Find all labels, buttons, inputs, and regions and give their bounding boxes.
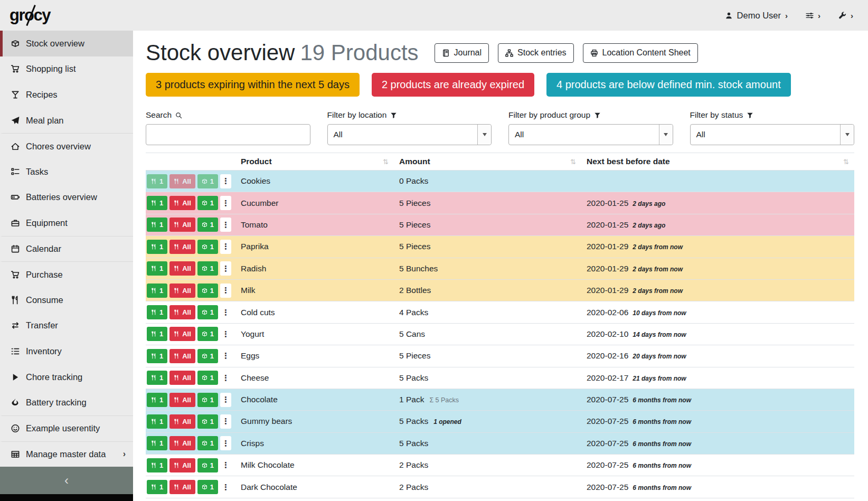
user-menu[interactable]: Demo User › (725, 11, 788, 21)
stock-entries-button[interactable]: Stock entries (498, 43, 573, 63)
sidebar-item-battery-tracking[interactable]: Battery tracking (0, 390, 133, 415)
table-row[interactable]: 1All1⋮Gummy bears5 Packs1 opened2020-07-… (146, 411, 854, 432)
row-menu-button[interactable]: ⋮ (220, 261, 231, 276)
row-menu-button[interactable]: ⋮ (220, 393, 231, 407)
table-row[interactable]: 1All1⋮Cookies0 Packs (146, 171, 854, 192)
sidebar-item-inventory[interactable]: Inventory (0, 338, 133, 364)
row-menu-button[interactable]: ⋮ (220, 480, 231, 494)
row-menu-button[interactable]: ⋮ (220, 174, 231, 188)
table-row[interactable]: 1All1⋮Milk Chocolate2 Packs2020-07-256 m… (146, 455, 854, 476)
open-one-button[interactable]: 1 (197, 414, 218, 429)
consume-all-button[interactable]: All (169, 393, 195, 407)
sidebar-item-chores-overview[interactable]: Chores overview (0, 133, 133, 159)
open-one-button[interactable]: 1 (197, 349, 218, 363)
consume-all-button[interactable]: All (169, 196, 195, 210)
sidebar-item-example-userentity[interactable]: Example userentity (0, 415, 133, 441)
open-one-button[interactable]: 1 (197, 458, 218, 472)
consume-all-button[interactable]: All (169, 327, 195, 341)
open-one-button[interactable]: 1 (197, 480, 218, 494)
sidebar-item-recipes[interactable]: Recipes (0, 82, 133, 108)
consume-one-button[interactable]: 1 (147, 480, 167, 494)
consume-one-button[interactable]: 1 (147, 436, 167, 450)
table-row[interactable]: 1All1⋮Dark Chocolate2 Packs2020-07-256 m… (146, 476, 854, 498)
table-row[interactable]: 1All1⋮Milk2 Bottles2020-01-292 days from… (146, 279, 854, 301)
consume-one-button[interactable]: 1 (147, 458, 167, 472)
sidebar-item-equipment[interactable]: Equipment (0, 210, 133, 236)
consume-all-button[interactable]: All (169, 371, 195, 385)
alert-expired-button[interactable]: 2 products are already expired (372, 73, 534, 97)
open-one-button[interactable]: 1 (197, 218, 218, 232)
table-row[interactable]: 1All1⋮Cold cuts4 Packs2020-02-0610 days … (146, 301, 854, 323)
column-header-amount[interactable]: Amount⇅ (394, 153, 581, 171)
sidebar-item-calendar[interactable]: Calendar (0, 236, 133, 262)
consume-all-button[interactable]: All (169, 305, 195, 319)
consume-one-button[interactable]: 1 (147, 349, 167, 363)
consume-one-button[interactable]: 1 (147, 283, 167, 298)
table-row[interactable]: 1All1⋮Chocolate1 PackΣ 5 Packs2020-07-25… (146, 389, 854, 410)
filter-by-location-select[interactable]: All (327, 124, 492, 145)
row-menu-button[interactable]: ⋮ (220, 349, 231, 363)
consume-all-button[interactable]: All (169, 261, 195, 276)
row-menu-button[interactable]: ⋮ (220, 240, 231, 254)
consume-one-button[interactable]: 1 (147, 371, 167, 385)
sidebar-item-consume[interactable]: Consume (0, 287, 133, 313)
filter-by-product-group-select[interactable]: All (508, 124, 673, 145)
row-menu-button[interactable]: ⋮ (220, 414, 231, 429)
sidebar-item-purchase[interactable]: Purchase (0, 261, 133, 287)
open-one-button[interactable]: 1 (197, 240, 218, 254)
row-menu-button[interactable]: ⋮ (220, 218, 231, 232)
sidebar-item-stock-overview[interactable]: Stock overview (0, 31, 133, 56)
table-row[interactable]: 1All1⋮Radish5 Bunches2020-01-292 days fr… (146, 258, 854, 279)
open-one-button[interactable]: 1 (197, 261, 218, 276)
consume-one-button[interactable]: 1 (147, 196, 167, 210)
consume-one-button[interactable]: 1 (147, 261, 167, 276)
open-one-button[interactable]: 1 (197, 327, 218, 341)
consume-one-button[interactable]: 1 (147, 393, 167, 407)
alert-expiring-button[interactable]: 3 products expiring within the next 5 da… (146, 73, 360, 97)
column-header-product[interactable]: Product⇅ (235, 153, 394, 171)
consume-all-button[interactable]: All (169, 283, 195, 298)
row-menu-button[interactable]: ⋮ (220, 371, 231, 385)
table-row[interactable]: 1All1⋮Cucumber5 Pieces2020-01-252 days a… (146, 192, 854, 214)
consume-all-button[interactable]: All (169, 414, 195, 429)
row-menu-button[interactable]: ⋮ (220, 458, 231, 472)
consume-one-button[interactable]: 1 (147, 327, 167, 341)
sidebar-item-batteries-overview[interactable]: Batteries overview (0, 185, 133, 211)
sidebar-item-meal-plan[interactable]: Meal plan (0, 108, 133, 134)
table-row[interactable]: 1All1⋮Tomato5 Pieces2020-01-252 days ago (146, 214, 854, 235)
filter-by-status-select[interactable]: All (690, 124, 855, 145)
settings-menu[interactable]: › (806, 12, 820, 20)
app-logo[interactable]: grocy (10, 6, 53, 25)
row-menu-button[interactable]: ⋮ (220, 436, 231, 450)
search-input[interactable] (146, 124, 310, 145)
consume-all-button[interactable]: All (169, 458, 195, 472)
consume-all-button[interactable]: All (169, 218, 195, 232)
table-row[interactable]: 1All1⋮Crisps5 Packs2020-07-256 months fr… (146, 432, 854, 454)
consume-all-button[interactable]: All (169, 174, 195, 188)
admin-tools-menu[interactable]: › (838, 12, 853, 20)
consume-all-button[interactable]: All (169, 436, 195, 450)
sidebar-item-transfer[interactable]: Transfer (0, 313, 133, 339)
consume-all-button[interactable]: All (169, 480, 195, 494)
open-one-button[interactable]: 1 (197, 436, 218, 450)
alert-below-min-stock-button[interactable]: 4 products are below defined min. stock … (546, 73, 791, 97)
sidebar-item-chore-tracking[interactable]: Chore tracking (0, 364, 133, 390)
row-menu-button[interactable]: ⋮ (220, 283, 231, 298)
row-menu-button[interactable]: ⋮ (220, 305, 231, 319)
consume-one-button[interactable]: 1 (147, 305, 167, 319)
sidebar-item-manage-master-data[interactable]: Manage master data› (0, 441, 133, 467)
open-one-button[interactable]: 1 (197, 174, 218, 188)
location-content-sheet-button[interactable]: Location Content Sheet (583, 43, 698, 63)
table-row[interactable]: 1All1⋮ (146, 498, 854, 501)
consume-all-button[interactable]: All (169, 349, 195, 363)
open-one-button[interactable]: 1 (197, 196, 218, 210)
table-row[interactable]: 1All1⋮Yogurt5 Cans2020-02-1014 days from… (146, 323, 854, 345)
consume-one-button[interactable]: 1 (147, 414, 167, 429)
row-menu-button[interactable]: ⋮ (220, 196, 231, 210)
open-one-button[interactable]: 1 (197, 283, 218, 298)
consume-one-button[interactable]: 1 (147, 218, 167, 232)
journal-button[interactable]: Journal (435, 43, 489, 63)
open-one-button[interactable]: 1 (197, 305, 218, 319)
sidebar-collapse-button[interactable]: ‹ (0, 467, 133, 494)
consume-all-button[interactable]: All (169, 240, 195, 254)
